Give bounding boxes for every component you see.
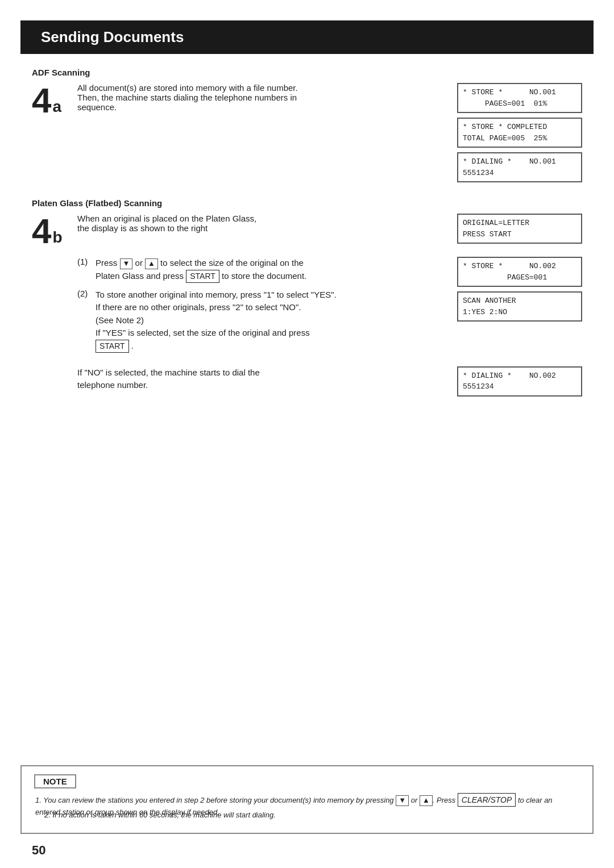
if-no-text: If "NO" is selected, the machine starts …	[77, 366, 443, 392]
step-4b-label: 4 b	[32, 214, 77, 249]
step-4b-text: When an original is placed on the Platen…	[77, 214, 457, 233]
step-4b-area: 4 b When an original is placed on the Pl…	[32, 214, 582, 249]
lcd-original-letter: ORIGINAL=LETTER PRESS START	[457, 214, 582, 244]
step-4b-intro-row: When an original is placed on the Platen…	[77, 214, 582, 244]
step-4a-text: All document(s) are stored into memory w…	[77, 83, 457, 112]
step-4b-items-right: * STORE * NO.002 PAGES=001 SCAN ANOTHER …	[457, 257, 582, 322]
lcd-dialing-001: * DIALING * NO.001 5551234	[457, 152, 582, 182]
start-button-inline: START	[186, 270, 219, 283]
step-4b-items-left: (1) Press ▼ or ▲ to select the size of t…	[77, 257, 443, 358]
start-button-inline-2: START	[96, 340, 129, 353]
lcd-scan-another: SCAN ANOTHER 1:YES 2:NO	[457, 291, 582, 322]
step-4b-items: (1) Press ▼ or ▲ to select the size of t…	[77, 257, 582, 358]
note-down-arrow: ▼	[396, 795, 409, 806]
page-number: 50	[32, 843, 45, 858]
lcd-dialing-002: * DIALING * NO.002 5551234	[457, 366, 582, 397]
step-4a-area: 4 a All document(s) are stored into memo…	[32, 83, 582, 182]
if-no-display: * DIALING * NO.002 5551234	[457, 366, 582, 397]
note-label: NOTE	[34, 774, 76, 788]
platen-glass-title: Platen Glass (Flatbed) Scanning	[32, 198, 582, 208]
lcd-store-002: * STORE * NO.002 PAGES=001	[457, 257, 582, 287]
note-section: NOTE 1. You can review the stations you …	[20, 765, 594, 834]
adf-scanning-section: ADF Scanning 4 a All document(s) are sto…	[32, 68, 582, 182]
platen-glass-section: Platen Glass (Flatbed) Scanning 4 b When…	[32, 198, 582, 397]
if-no-row: If "NO" is selected, the machine starts …	[77, 366, 582, 397]
item-1: (1) Press ▼ or ▲ to select the size of t…	[77, 257, 443, 283]
note-2-full: 2. If no action is taken within 60 secon…	[35, 809, 579, 821]
up-arrow-icon: ▲	[145, 258, 158, 269]
page-header: Sending Documents	[20, 20, 594, 54]
lcd-store-001: * STORE * NO.001 PAGES=001 01%	[457, 83, 582, 113]
item-2: (2) To store another original into memor…	[77, 289, 443, 353]
step-4b-intro-display: ORIGINAL=LETTER PRESS START	[457, 214, 582, 244]
note-up-arrow: ▲	[420, 795, 433, 806]
step-4a-displays: * STORE * NO.001 PAGES=001 01% * STORE *…	[457, 83, 582, 182]
page-title: Sending Documents	[41, 28, 573, 46]
note-clearstop-btn: CLEAR/STOP	[458, 793, 516, 807]
adf-scanning-title: ADF Scanning	[32, 68, 582, 77]
down-arrow-icon: ▼	[120, 258, 133, 269]
step-4a-row: All document(s) are stored into memory w…	[77, 83, 582, 182]
step-4a-label: 4 a	[32, 83, 77, 118]
lcd-store-completed: * STORE * COMPLETED TOTAL PAGE=005 25%	[457, 118, 582, 148]
